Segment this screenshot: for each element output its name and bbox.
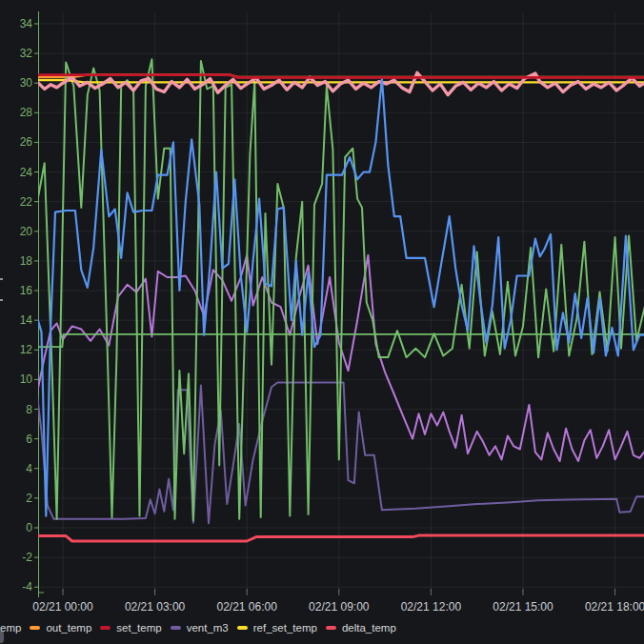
y-tick-label: 22 [20, 195, 33, 209]
x-tick-label: 02/21 06:00 [216, 600, 277, 614]
legend-item-vent_m3[interactable]: vent_m3 [171, 622, 229, 634]
x-tick-label: 02/21 09:00 [309, 600, 370, 614]
y-axis-title-fragment [0, 278, 3, 280]
y-tick-label: 16 [20, 284, 33, 297]
y-tick-label: 24 [20, 166, 33, 179]
legend-item-ref_set_temp[interactable]: ref_set_temp [237, 622, 317, 634]
legend-swatch-delta_temp [326, 626, 336, 630]
y-tick-label: 4 [26, 462, 32, 475]
series-line-series_blue[interactable] [37, 79, 644, 516]
series-line-delta_temp[interactable] [37, 535, 644, 541]
y-tick-label: 20 [20, 225, 33, 238]
graph-panel: 3432302826242220181614121086420-2-402/21… [0, 0, 644, 644]
legend: empout_tempset_tempvent_m3ref_set_tempde… [0, 618, 644, 637]
y-tick-label: 32 [20, 47, 33, 60]
y-axis [34, 11, 44, 597]
y-tick-label: 2 [26, 492, 32, 505]
legend-label: ref_set_temp [253, 622, 317, 634]
legend-label: set_temp [116, 622, 161, 634]
x-tick-label: 02/21 12:00 [401, 600, 462, 614]
legend-swatch-out_temp [30, 626, 40, 630]
y-tick-label: 8 [26, 403, 32, 416]
legend-swatch-vent_m3 [171, 626, 181, 630]
chart-canvas[interactable]: 3432302826242220181614121086420-2-402/21… [0, 0, 644, 644]
y-tick-label: 14 [20, 313, 33, 327]
x-tick-label: 02/21 15:00 [493, 600, 553, 614]
series-line-set_temp[interactable] [37, 75, 644, 78]
y-tick-label: 6 [26, 433, 32, 446]
y-tick-label: 34 [20, 17, 33, 30]
legend-label: delta_temp [342, 622, 396, 634]
x-tick-label: 02/21 18:00 [585, 600, 644, 614]
legend-swatch-ref_set_temp [237, 626, 248, 630]
legend-label: out_temp [46, 622, 91, 634]
x-tick-label: 02/21 03:00 [125, 600, 186, 614]
legend-label: vent_m3 [187, 622, 229, 634]
x-tick-label: 02/21 00:00 [32, 600, 93, 614]
y-tick-label: 28 [20, 106, 33, 119]
x-axis-labels: 02/21 00:0002/21 03:0002/21 06:0002/21 0… [32, 600, 644, 614]
y-tick-label: 30 [20, 76, 33, 90]
y-axis-title-fragment [0, 299, 3, 301]
legend-item-emp[interactable]: emp [0, 622, 21, 634]
y-tick-label: 26 [20, 135, 33, 149]
legend-item-out_temp[interactable]: out_temp [30, 622, 91, 634]
y-axis-labels: 3432302826242220181614121086420-2-4 [20, 17, 33, 594]
legend-item-delta_temp[interactable]: delta_temp [326, 622, 396, 634]
legend-swatch-set_temp [100, 626, 111, 630]
x-axis-ticks [63, 589, 615, 595]
y-tick-label: -4 [22, 580, 32, 594]
y-tick-label: 12 [20, 343, 33, 356]
legend-label: emp [0, 622, 21, 634]
legend-item-set_temp[interactable]: set_temp [100, 622, 161, 634]
y-tick-label: 10 [20, 372, 33, 386]
y-tick-label: 0 [26, 521, 32, 534]
y-tick-label: -2 [22, 551, 32, 564]
y-tick-label: 18 [20, 254, 33, 268]
